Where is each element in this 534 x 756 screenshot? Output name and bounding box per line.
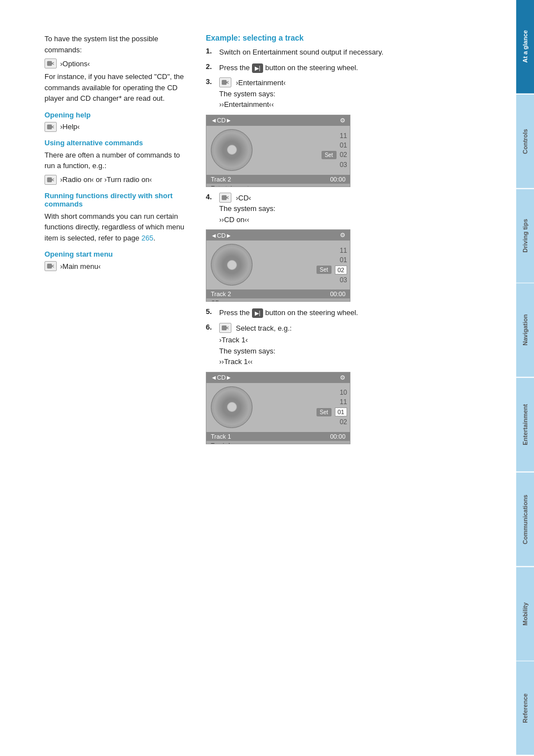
screen-2-track-label: Track 2 [211, 291, 231, 297]
step-1: 1. Switch on Entertainment sound output … [206, 47, 494, 58]
sidebar-tab-entertainment[interactable]: Entertainment [516, 378, 534, 472]
set-btn-1: Set [322, 151, 337, 159]
screen-3-disc [211, 386, 253, 428]
screen-1-tracks: 11 01 Set 02 03 [257, 126, 350, 175]
screen-1-bottom-label: Entertainment [206, 184, 350, 187]
screen-3-header: ◄ CD ► ⚙ [206, 372, 350, 383]
help-cmd-text: ›Help‹ [60, 122, 80, 131]
svg-rect-3 [47, 125, 52, 129]
screen-1-footer: Track 2 00:00 [206, 175, 350, 184]
step-3: 3. ›Entertainment‹ The system says: [206, 77, 494, 110]
screen-1-settings-icon: ⚙ [340, 117, 345, 124]
screen-1-disc [211, 129, 253, 171]
step-5-num: 5. [206, 307, 215, 316]
screen-2-next-icon: ► [226, 232, 232, 239]
screen-2: ◄ CD ► ⚙ 11 01 Set 02 [206, 229, 350, 302]
step-3-num: 3. [206, 77, 215, 86]
step-1-num: 1. [206, 47, 215, 55]
screen-3-track-set: Set 01 [257, 408, 347, 416]
step-6-num: 6. [206, 323, 215, 331]
step-4: 4. ›CD‹ The system says: ››CD [206, 193, 494, 225]
step-6-response: ››Track 1‹‹ [219, 356, 494, 367]
step-6-system-says: The system says: [219, 346, 494, 357]
sidebar-tab-at-a-glance[interactable]: At a glance [516, 0, 534, 94]
screen-1-track-set: Set 02 [257, 151, 347, 159]
alt-example-cmd-text: ›Radio on‹ or ›Turn radio on‹ [60, 175, 152, 184]
step-6-track-cmd: ›Track 1‹ [219, 335, 494, 346]
svg-rect-12 [222, 80, 226, 85]
screen-3-bottom-label: Track 1 [206, 441, 350, 444]
svg-line-10 [52, 265, 54, 266]
svg-line-13 [226, 81, 229, 82]
screen-3-body: 10 11 Set 01 02 [206, 383, 350, 432]
step-4-system-says: The system says: [219, 203, 494, 214]
sidebar-tab-reference[interactable]: Reference [516, 661, 534, 755]
voice-icon-6 [219, 323, 231, 333]
step-2: 2. Press the ▶| button on the steering w… [206, 62, 494, 73]
screen-2-track-01: 01 [257, 256, 347, 264]
step-5-content: Press the ▶| button on the steering whee… [219, 307, 494, 318]
main-menu-cmd-row: ›Main menu‹ [44, 261, 189, 271]
options-cmd-text: ›Options‹ [60, 60, 90, 68]
sidebar-tab-communications[interactable]: Communications [516, 473, 534, 566]
screen-1-track-02: 02 [340, 151, 347, 159]
svg-line-17 [226, 198, 229, 199]
svg-line-5 [52, 127, 54, 128]
screen-2-title: CD [217, 232, 226, 239]
svg-line-2 [52, 63, 54, 65]
sidebar: At a glance Controls Driving tips Naviga… [516, 0, 534, 756]
opening-help-heading: Opening help [44, 111, 189, 119]
screen-2-track-03: 03 [257, 276, 347, 284]
intro-text: To have the system list the possible com… [44, 33, 189, 55]
screen-3-time: 00:00 [330, 433, 345, 440]
svg-line-20 [226, 328, 229, 329]
voice-icon-4 [219, 193, 231, 203]
set-btn-3: Set [317, 408, 332, 416]
voice-icon-options [44, 58, 57, 68]
step-2-content: Press the ▶| button on the steering whee… [219, 62, 494, 73]
for-instance-text: For instance, if you have selected "CD",… [44, 71, 189, 104]
step-1-content: Switch on Entertainment sound output if … [219, 47, 494, 58]
svg-line-7 [52, 179, 54, 180]
screen-3-settings-icon: ⚙ [340, 374, 345, 381]
voice-icon-main [44, 261, 57, 271]
svg-line-8 [52, 180, 54, 181]
screen-1-body: 11 01 Set 02 03 [206, 126, 350, 175]
short-commands-body: With short commands you can run certain … [44, 211, 189, 244]
options-cmd-row: ›Options‹ [44, 58, 189, 68]
svg-rect-18 [222, 326, 226, 330]
example-heading: Example: selecting a track [206, 33, 494, 42]
screen-2-track-11: 11 [257, 247, 347, 254]
sidebar-tab-controls[interactable]: Controls [516, 95, 534, 188]
right-column: Example: selecting a track 1. Switch on … [206, 33, 494, 723]
step-4-voice: ›CD‹ [236, 193, 251, 204]
step-5: 5. Press the ▶| button on the steering w… [206, 307, 494, 318]
steering-btn-2: ▶| [252, 308, 264, 318]
opening-start-heading: Opening start menu [44, 250, 189, 258]
svg-line-19 [226, 327, 229, 328]
screen-3-footer: Track 1 00:00 [206, 432, 350, 441]
short-commands-page-link[interactable]: 265 [141, 234, 154, 242]
sidebar-tab-mobility[interactable]: Mobility [516, 567, 534, 661]
screen-3-disc-inner [227, 402, 237, 412]
sidebar-tab-navigation[interactable]: Navigation [516, 283, 534, 377]
svg-line-11 [52, 266, 54, 267]
screen-2-track-set: Set 02 [257, 266, 347, 274]
screen-3-next-icon: ► [226, 374, 232, 381]
alt-commands-heading: Using alternative commands [44, 139, 189, 147]
svg-rect-15 [222, 195, 226, 200]
help-cmd-row: ›Help‹ [44, 122, 189, 132]
screen-1-track-label: Track 2 [211, 176, 231, 183]
screen-1-header: ◄ CD ► ⚙ [206, 115, 350, 126]
step-3-response: ››Entertainment‹‹ [219, 99, 494, 110]
sidebar-tab-driving-tips[interactable]: Driving tips [516, 189, 534, 283]
screen-1-title: CD [217, 117, 226, 124]
voice-icon-help [44, 122, 57, 132]
svg-line-16 [226, 197, 229, 198]
steering-btn-1: ▶| [252, 63, 264, 73]
screen-2-disc-inner [227, 260, 237, 270]
step-3-voice: ›Entertainment‹ [236, 77, 286, 89]
left-column: To have the system list the possible com… [44, 33, 189, 723]
step-6-voice: Select track, e.g.: [236, 323, 291, 334]
screen-2-header: ◄ CD ► ⚙ [206, 230, 350, 240]
